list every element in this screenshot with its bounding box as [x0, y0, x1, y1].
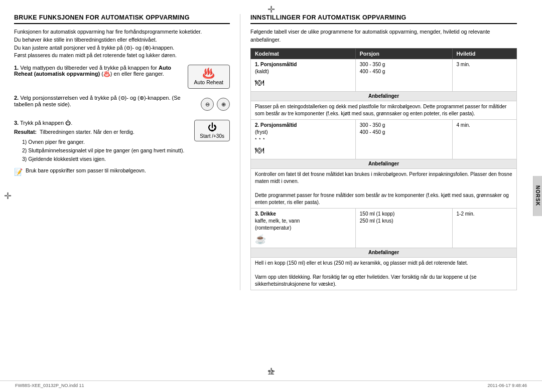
left-intro: Funksjonen for automatisk oppvarming har…: [14, 28, 230, 60]
auto-reheat-icon: ♨️: [194, 68, 223, 78]
portion-1: 300 - 350 g400 - 450 g: [355, 59, 452, 91]
portion-3: 150 ml (1 kopp)250 ml (1 krus): [355, 208, 452, 248]
main-content: BRUKE FUNKSJONEN FOR AUTOMATISK OPPVARMI…: [0, 0, 532, 304]
step-1: 1. Velg mattypen du tilbereder ved å try…: [14, 65, 230, 89]
left-title: BRUKE FUNKSJONEN FOR AUTOMATISK OPPVARMI…: [14, 14, 230, 24]
info-table: Kode/mat Porsjon Hviletid 1. Porsjonsmål…: [250, 48, 517, 291]
step-1-number: 1.: [14, 65, 19, 71]
col-header-kode: Kode/mat: [251, 48, 356, 59]
anbefalinger-row-3: Anbefalinger: [251, 248, 517, 258]
table-row: 1. Porsjonsmåltid (kaldt) 🍽 300 - 350 g4…: [251, 59, 517, 91]
right-column: INNSTILLINGER FOR AUTOMATISK OPPVARMING …: [250, 14, 517, 290]
step-3-number: 3.: [14, 120, 19, 126]
food-sub-1: (kaldt): [255, 69, 269, 74]
food-code-3: 3. Drikke kaffe, melk, te, vann(romtempe…: [251, 208, 356, 248]
food-code-2: 2. Porsjonsmåltid (fryst) * * * 🍽: [251, 119, 356, 159]
step-1-icon-label: (♨️): [101, 71, 112, 77]
food-name-1: 1. Porsjonsmåltid: [255, 62, 297, 67]
step-2-number: 2.: [14, 95, 19, 101]
step-1-text-start: Velg mattypen du tilbereder ved å trykke…: [20, 65, 159, 71]
food-name-3: 3. Drikke: [255, 211, 276, 217]
arrow-down-icon: ⊖: [205, 101, 210, 108]
page: ✛ ✛ NORSK BRUKE FUNKSJONEN FOR AUTOMATIS…: [0, 0, 542, 392]
arrow-down-button[interactable]: ⊖: [201, 98, 214, 111]
time-3: 1-2 min.: [452, 208, 517, 248]
anbefalinger-label-2: Anbefalinger: [251, 159, 517, 168]
right-title: INNSTILLINGER FOR AUTOMATISK OPPVARMING: [250, 14, 517, 24]
anbefalinger-label-1: Anbefalinger: [251, 91, 517, 101]
time-2: 4 min.: [452, 119, 517, 159]
arrow-up-icon: ⊕: [221, 101, 226, 108]
food-sub-3: kaffe, melk, te, vann(romtemperatur): [255, 218, 300, 231]
footer-file: FW88S-XEE_03132P_NO.indd 11: [15, 383, 84, 388]
anbefalinger-row-2: Anbefalinger: [251, 159, 517, 168]
column-divider: [240, 14, 240, 290]
col-header-hviletid: Hviletid: [452, 48, 517, 59]
table-header-row: Kode/mat Porsjon Hviletid: [251, 48, 517, 59]
description-row-2: Kontroller om fatet til det frosne målti…: [251, 168, 517, 208]
resultat-label: Resultat:: [14, 129, 37, 135]
page-footer: FW88S-XEE_03132P_NO.indd 11 2011-06-17 9…: [0, 380, 542, 388]
food-sub-2: (fryst): [255, 129, 268, 135]
list-item: 3) Gjeldende klokkeslett vises igjen.: [22, 155, 190, 163]
description-1: Plasser på en steingodstallerken og dekk…: [251, 101, 517, 119]
description-3: Hell i en kopp (150 ml) eller et krus (2…: [251, 258, 517, 290]
arrow-buttons: ⊖ ⊕: [201, 98, 230, 111]
page-number: 11: [267, 369, 274, 376]
start-button[interactable]: ⏻ Start /+30s: [194, 120, 230, 141]
food-stars-2: * * *: [255, 137, 265, 142]
table-row: 2. Porsjonsmåltid (fryst) * * * 🍽 300 - …: [251, 119, 517, 159]
auto-reheat-label: Auto Reheat: [194, 79, 223, 85]
compass-top-icon: ✛: [267, 4, 275, 15]
note-row: 📝 Bruk bare oppskrifter som passer til m…: [14, 167, 230, 177]
description-row-3: Hell i en kopp (150 ml) eller et krus (2…: [251, 258, 517, 290]
list-item: 1) Ovnen piper fire ganger.: [22, 138, 190, 146]
step-3-text: Trykk på knappen ⏻.: [20, 120, 72, 126]
food-icon-1: 🍽: [255, 77, 351, 89]
resultat-row: Resultat: Tilberedningen starter. Når de…: [14, 129, 190, 135]
footer-date: 2011-06-17 9:48:46: [487, 383, 527, 388]
step-3-content: 3. Trykk på knappen ⏻. Resultat: Tilbere…: [14, 120, 190, 163]
food-name-2: 2. Porsjonsmåltid: [255, 122, 297, 128]
start-label: Start /+30s: [200, 133, 224, 139]
step-2-text: Velg porsjonsstørrelsen ved å trykke på …: [14, 95, 181, 107]
time-1: 3 min.: [452, 59, 517, 91]
step-3-row: 3. Trykk på knappen ⏻. Resultat: Tilbere…: [14, 120, 230, 163]
anbefalinger-label-3: Anbefalinger: [251, 248, 517, 258]
step-1-content: 1. Velg mattypen du tilbereder ved å try…: [14, 65, 184, 77]
norsk-tab: NORSK: [533, 176, 542, 216]
resultat-list: 1) Ovnen piper fire ganger. 2) Sluttpåmi…: [22, 138, 190, 163]
food-icon-2: 🍽: [255, 144, 351, 157]
description-2: Kontroller om fatet til det frosne målti…: [251, 168, 517, 208]
resultat-text: Tilberedningen starter. Når den er ferdi…: [40, 129, 134, 135]
step-2-content: 2. Velg porsjonsstørrelsen ved å trykke …: [14, 95, 197, 107]
list-item: 2) Sluttpåminnelsessignalet vil pipe tre…: [22, 146, 190, 155]
right-intro: Følgende tabell viser de ulike programme…: [250, 28, 517, 44]
auto-reheat-button[interactable]: ♨️ Auto Reheat: [188, 65, 230, 89]
note-text: Bruk bare oppskrifter som passer til mik…: [26, 167, 146, 175]
left-column: BRUKE FUNKSJONEN FOR AUTOMATISK OPPVARMI…: [14, 14, 230, 290]
food-icon-3: ☕: [255, 233, 351, 246]
step-2: 2. Velg porsjonsstørrelsen ved å trykke …: [14, 95, 230, 114]
portion-2: 300 - 350 g400 - 450 g: [355, 119, 452, 159]
table-row: 3. Drikke kaffe, melk, te, vann(romtempe…: [251, 208, 517, 248]
col-header-porsjon: Porsjon: [355, 48, 452, 59]
start-icon: ⏻: [200, 122, 224, 133]
anbefalinger-row-1: Anbefalinger: [251, 91, 517, 101]
food-code-1: 1. Porsjonsmåltid (kaldt) 🍽: [251, 59, 356, 91]
compass-left-icon: ✛: [4, 190, 12, 202]
note-icon: 📝: [14, 167, 23, 177]
arrow-up-button[interactable]: ⊕: [217, 98, 230, 111]
description-row-1: Plasser på en steingodstallerken og dekk…: [251, 101, 517, 119]
step-1-text-end: en eller flere ganger.: [114, 71, 164, 77]
